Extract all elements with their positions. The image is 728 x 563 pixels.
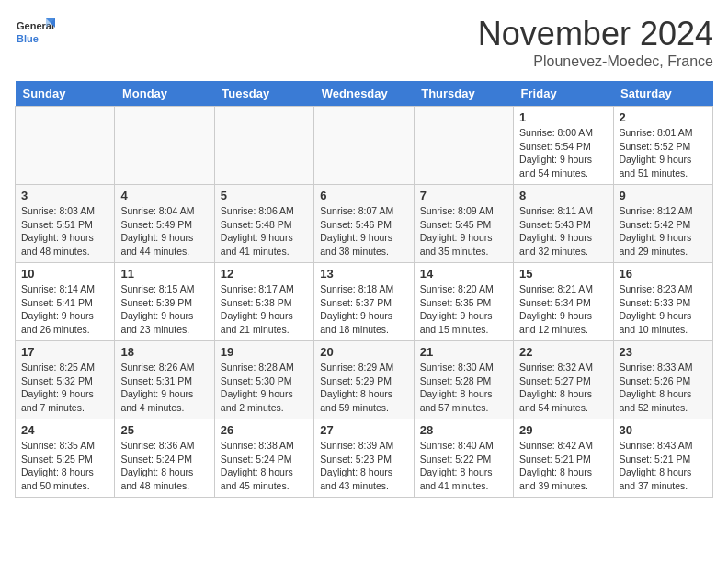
day-info: Sunrise: 8:26 AMSunset: 5:31 PMDaylight:… xyxy=(120,361,208,415)
day-info: Sunrise: 8:17 AMSunset: 5:38 PMDaylight:… xyxy=(221,282,308,337)
day-number: 25 xyxy=(120,423,208,437)
table-row: 21Sunrise: 8:30 AMSunset: 5:28 PMDayligh… xyxy=(414,341,513,419)
day-number: 30 xyxy=(620,423,707,437)
day-number: 8 xyxy=(519,189,607,202)
day-info: Sunrise: 8:15 AMSunset: 5:39 PMDaylight:… xyxy=(120,282,208,337)
day-number: 19 xyxy=(221,345,308,359)
month-title: November 2024 xyxy=(478,15,713,53)
day-number: 27 xyxy=(320,423,407,437)
day-info: Sunrise: 8:04 AMSunset: 5:49 PMDaylight:… xyxy=(120,204,208,259)
day-number: 3 xyxy=(21,189,108,202)
table-row: 6Sunrise: 8:07 AMSunset: 5:46 PMDaylight… xyxy=(314,185,414,263)
day-number: 10 xyxy=(21,267,108,281)
table-row: 17Sunrise: 8:25 AMSunset: 5:32 PMDayligh… xyxy=(16,341,115,419)
table-row: 23Sunrise: 8:33 AMSunset: 5:26 PMDayligh… xyxy=(613,341,712,419)
table-row: 13Sunrise: 8:18 AMSunset: 5:37 PMDayligh… xyxy=(314,263,414,341)
day-info: Sunrise: 8:40 AMSunset: 5:22 PMDaylight:… xyxy=(420,439,507,493)
day-info: Sunrise: 8:12 AMSunset: 5:42 PMDaylight:… xyxy=(620,204,707,259)
logo: General Blue xyxy=(15,15,55,55)
day-number: 9 xyxy=(620,189,707,202)
svg-text:Blue: Blue xyxy=(17,33,39,44)
day-info: Sunrise: 8:25 AMSunset: 5:32 PMDaylight:… xyxy=(21,361,108,415)
day-info: Sunrise: 8:21 AMSunset: 5:34 PMDaylight:… xyxy=(519,282,607,337)
logo-icon: General Blue xyxy=(15,15,55,55)
table-row: 29Sunrise: 8:42 AMSunset: 5:21 PMDayligh… xyxy=(514,419,613,498)
table-row: 4Sunrise: 8:04 AMSunset: 5:49 PMDaylight… xyxy=(115,185,214,263)
table-row xyxy=(414,107,513,185)
day-number: 23 xyxy=(620,345,707,359)
title-area: November 2024 Plounevez-Moedec, France xyxy=(478,15,713,70)
day-number: 18 xyxy=(120,345,208,359)
day-info: Sunrise: 8:09 AMSunset: 5:45 PMDaylight:… xyxy=(420,204,507,259)
table-row: 30Sunrise: 8:43 AMSunset: 5:21 PMDayligh… xyxy=(613,419,712,498)
calendar-week-row: 24Sunrise: 8:35 AMSunset: 5:25 PMDayligh… xyxy=(16,419,713,498)
table-row: 22Sunrise: 8:32 AMSunset: 5:27 PMDayligh… xyxy=(514,341,613,419)
table-row: 5Sunrise: 8:06 AMSunset: 5:48 PMDaylight… xyxy=(214,185,313,263)
header-wednesday: Wednesday xyxy=(314,81,414,107)
table-row: 9Sunrise: 8:12 AMSunset: 5:42 PMDaylight… xyxy=(613,185,712,263)
day-info: Sunrise: 8:29 AMSunset: 5:29 PMDaylight:… xyxy=(320,361,407,415)
day-number: 17 xyxy=(21,345,108,359)
table-row xyxy=(214,107,313,185)
table-row xyxy=(115,107,214,185)
day-number: 12 xyxy=(221,267,308,281)
header-monday: Monday xyxy=(115,81,214,107)
day-number: 29 xyxy=(519,423,607,437)
day-number: 1 xyxy=(519,110,607,124)
day-info: Sunrise: 8:18 AMSunset: 5:37 PMDaylight:… xyxy=(320,282,407,337)
day-info: Sunrise: 8:20 AMSunset: 5:35 PMDaylight:… xyxy=(420,282,507,337)
day-info: Sunrise: 8:14 AMSunset: 5:41 PMDaylight:… xyxy=(21,282,108,337)
table-row: 26Sunrise: 8:38 AMSunset: 5:24 PMDayligh… xyxy=(214,419,313,498)
table-row: 3Sunrise: 8:03 AMSunset: 5:51 PMDaylight… xyxy=(16,185,115,263)
table-row: 12Sunrise: 8:17 AMSunset: 5:38 PMDayligh… xyxy=(214,263,313,341)
table-row: 8Sunrise: 8:11 AMSunset: 5:43 PMDaylight… xyxy=(514,185,613,263)
day-info: Sunrise: 8:03 AMSunset: 5:51 PMDaylight:… xyxy=(21,204,108,259)
table-row: 19Sunrise: 8:28 AMSunset: 5:30 PMDayligh… xyxy=(214,341,313,419)
table-row: 18Sunrise: 8:26 AMSunset: 5:31 PMDayligh… xyxy=(115,341,214,419)
day-number: 20 xyxy=(320,345,407,359)
day-info: Sunrise: 8:11 AMSunset: 5:43 PMDaylight:… xyxy=(519,204,607,259)
header: General Blue November 2024 Plounevez-Moe… xyxy=(15,15,713,70)
day-info: Sunrise: 8:30 AMSunset: 5:28 PMDaylight:… xyxy=(420,361,507,415)
day-number: 13 xyxy=(320,267,407,281)
day-number: 4 xyxy=(120,189,208,202)
table-row: 16Sunrise: 8:23 AMSunset: 5:33 PMDayligh… xyxy=(613,263,712,341)
table-row: 28Sunrise: 8:40 AMSunset: 5:22 PMDayligh… xyxy=(414,419,513,498)
header-saturday: Saturday xyxy=(613,81,712,107)
day-info: Sunrise: 8:06 AMSunset: 5:48 PMDaylight:… xyxy=(221,204,308,259)
day-number: 5 xyxy=(221,189,308,202)
day-number: 21 xyxy=(420,345,507,359)
day-number: 7 xyxy=(420,189,507,202)
day-info: Sunrise: 8:43 AMSunset: 5:21 PMDaylight:… xyxy=(620,439,707,493)
day-info: Sunrise: 8:07 AMSunset: 5:46 PMDaylight:… xyxy=(320,204,407,259)
table-row: 25Sunrise: 8:36 AMSunset: 5:24 PMDayligh… xyxy=(115,419,214,498)
table-row: 14Sunrise: 8:20 AMSunset: 5:35 PMDayligh… xyxy=(414,263,513,341)
day-info: Sunrise: 8:33 AMSunset: 5:26 PMDaylight:… xyxy=(620,361,707,415)
day-number: 2 xyxy=(620,110,707,124)
header-tuesday: Tuesday xyxy=(214,81,313,107)
day-number: 14 xyxy=(420,267,507,281)
table-row: 24Sunrise: 8:35 AMSunset: 5:25 PMDayligh… xyxy=(16,419,115,498)
day-number: 26 xyxy=(221,423,308,437)
calendar-week-row: 3Sunrise: 8:03 AMSunset: 5:51 PMDaylight… xyxy=(16,185,713,263)
table-row: 2Sunrise: 8:01 AMSunset: 5:52 PMDaylight… xyxy=(613,107,712,185)
day-info: Sunrise: 8:01 AMSunset: 5:52 PMDaylight:… xyxy=(620,126,707,180)
table-row: 7Sunrise: 8:09 AMSunset: 5:45 PMDaylight… xyxy=(414,185,513,263)
day-info: Sunrise: 8:38 AMSunset: 5:24 PMDaylight:… xyxy=(221,439,308,493)
header-thursday: Thursday xyxy=(414,81,513,107)
table-row: 15Sunrise: 8:21 AMSunset: 5:34 PMDayligh… xyxy=(514,263,613,341)
day-info: Sunrise: 8:00 AMSunset: 5:54 PMDaylight:… xyxy=(519,126,607,180)
table-row: 1Sunrise: 8:00 AMSunset: 5:54 PMDaylight… xyxy=(514,107,613,185)
day-info: Sunrise: 8:28 AMSunset: 5:30 PMDaylight:… xyxy=(221,361,308,415)
day-number: 6 xyxy=(320,189,407,202)
table-row: 10Sunrise: 8:14 AMSunset: 5:41 PMDayligh… xyxy=(16,263,115,341)
day-number: 15 xyxy=(519,267,607,281)
table-row: 27Sunrise: 8:39 AMSunset: 5:23 PMDayligh… xyxy=(314,419,414,498)
day-number: 22 xyxy=(519,345,607,359)
table-row: 11Sunrise: 8:15 AMSunset: 5:39 PMDayligh… xyxy=(115,263,214,341)
calendar-header-row: Sunday Monday Tuesday Wednesday Thursday… xyxy=(16,81,713,107)
table-row: 20Sunrise: 8:29 AMSunset: 5:29 PMDayligh… xyxy=(314,341,414,419)
day-number: 16 xyxy=(620,267,707,281)
day-info: Sunrise: 8:32 AMSunset: 5:27 PMDaylight:… xyxy=(519,361,607,415)
day-info: Sunrise: 8:35 AMSunset: 5:25 PMDaylight:… xyxy=(21,439,108,493)
